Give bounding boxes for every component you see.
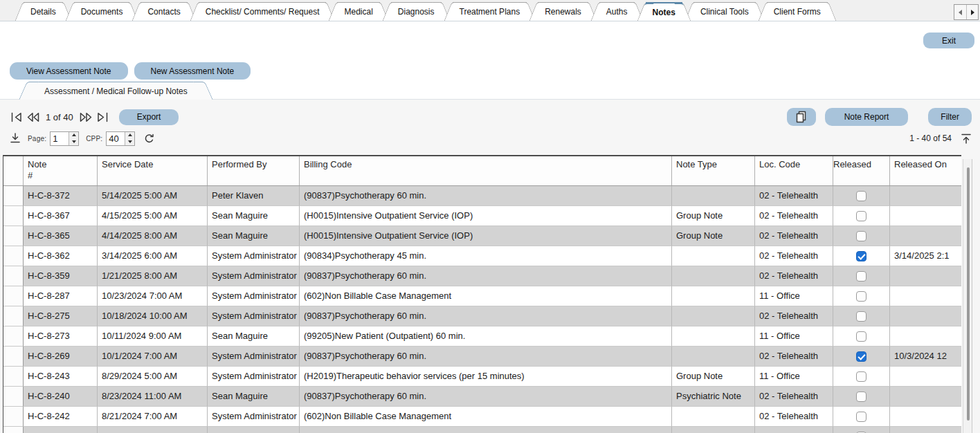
header-released[interactable]: Released xyxy=(833,156,890,185)
cell-billing-code[interactable]: (H2019)Therapeutic behavior services (pe… xyxy=(300,367,672,387)
released-checkbox[interactable] xyxy=(856,251,866,261)
released-checkbox[interactable] xyxy=(856,231,866,241)
spinner-down-button[interactable] xyxy=(125,138,134,145)
cell-billing-code[interactable]: (90837)Psychotherapy 60 min. xyxy=(300,186,672,206)
cell-note-type[interactable] xyxy=(672,186,755,206)
view-assessment-note-button[interactable]: View Assessment Note xyxy=(10,62,128,80)
cell-released-on[interactable] xyxy=(890,206,961,226)
scroll-to-top-button[interactable] xyxy=(961,133,972,144)
cell-released-on[interactable] xyxy=(890,367,961,387)
cell-billing-code[interactable]: (99205)New Patient (Outpatient) 60 min. xyxy=(300,326,672,347)
cell-loc-code[interactable]: 02 - Telehealth xyxy=(755,266,833,286)
table-row[interactable]: H-C-8-359 1/21/2025 8:00 AM System Admin… xyxy=(3,266,961,286)
next-page-button[interactable] xyxy=(78,111,94,123)
tab-checklist-comments-request[interactable]: Checklist/ Comments/ Request xyxy=(199,2,327,21)
header-billing-code[interactable]: Billing Code xyxy=(300,156,672,185)
cell-performed-by[interactable]: Sean Maguire xyxy=(208,427,300,433)
cell-loc-code[interactable]: 02 - Telehealth xyxy=(755,427,833,433)
cell-service-date[interactable]: 10/1/2024 7:00 AM xyxy=(98,347,208,367)
cell-note-number[interactable]: H-C-8-367 xyxy=(24,206,98,226)
previous-page-button[interactable] xyxy=(25,111,42,123)
last-page-button[interactable] xyxy=(94,111,111,123)
tab-renewals[interactable]: Renewals xyxy=(538,2,588,21)
cell-note-type[interactable] xyxy=(672,326,755,347)
copy-note-button[interactable] xyxy=(787,108,816,126)
tab-scroll-right-button[interactable] xyxy=(966,5,978,19)
cell-note-number[interactable]: H-C-8-235 xyxy=(24,427,98,433)
table-row[interactable]: H-C-8-365 4/14/2025 8:00 AM Sean Maguire… xyxy=(3,226,961,246)
cell-released-on[interactable] xyxy=(890,387,961,407)
cell-performed-by[interactable]: Sean Maguire xyxy=(208,326,300,347)
scrollbar-thumb[interactable] xyxy=(967,167,970,421)
note-report-button[interactable]: Note Report xyxy=(825,108,909,126)
header-released-on[interactable]: Released On xyxy=(890,156,961,185)
cell-note-number[interactable]: H-C-8-287 xyxy=(24,286,98,306)
cell-note-type[interactable] xyxy=(672,306,755,326)
table-row[interactable]: H-C-8-235 8/7/2024 8:00 AM Sean Maguire … xyxy=(3,427,961,433)
cell-billing-code[interactable]: (602)Non Billable Case Management xyxy=(300,407,672,427)
row-selector-cell[interactable] xyxy=(3,387,24,407)
cell-note-type[interactable]: Group Note xyxy=(672,367,755,387)
row-selector-cell[interactable] xyxy=(3,306,24,326)
cell-billing-code[interactable]: (602)Non Billable Case Management xyxy=(300,286,672,306)
spinner-up-button[interactable] xyxy=(125,132,134,139)
page-value[interactable]: 1 xyxy=(51,132,69,145)
cpp-value[interactable]: 40 xyxy=(107,132,125,145)
tab-diagnosis[interactable]: Diagnosis xyxy=(391,2,442,21)
cell-released-on[interactable] xyxy=(890,186,961,206)
cell-loc-code[interactable]: 11 - Office xyxy=(755,286,833,306)
cell-note-number[interactable]: H-C-8-273 xyxy=(24,326,98,347)
cell-note-type[interactable] xyxy=(672,347,755,367)
cell-service-date[interactable]: 4/14/2025 8:00 AM xyxy=(98,226,208,246)
cell-performed-by[interactable]: Sean Maguire xyxy=(208,206,300,226)
table-row[interactable]: H-C-8-242 8/21/2024 7:00 AM System Admin… xyxy=(3,407,961,427)
table-row[interactable]: H-C-8-367 4/15/2025 5:00 AM Sean Maguire… xyxy=(3,206,961,226)
subtab-assessment-medical-followup-notes[interactable]: Assessment / Medical Follow-up Notes xyxy=(29,82,203,100)
cpp-spinner[interactable]: 40 xyxy=(106,131,135,146)
tab-treatment-plans[interactable]: Treatment Plans xyxy=(453,2,527,21)
cell-note-number[interactable]: H-C-8-243 xyxy=(24,367,98,387)
row-selector-cell[interactable] xyxy=(3,347,24,367)
cell-released-on[interactable] xyxy=(890,326,961,347)
cell-service-date[interactable]: 4/15/2025 5:00 AM xyxy=(98,206,208,226)
cell-performed-by[interactable]: System Administrator xyxy=(208,246,300,266)
refresh-button[interactable] xyxy=(143,133,155,145)
tab-details[interactable]: Details xyxy=(24,2,63,21)
cell-performed-by[interactable]: System Administrator xyxy=(208,407,300,427)
row-selector-cell[interactable] xyxy=(3,407,24,427)
cell-released-on[interactable] xyxy=(890,266,961,286)
table-row[interactable]: H-C-8-372 5/14/2025 5:00 AM Peter Klaven… xyxy=(3,186,961,206)
row-selector-cell[interactable] xyxy=(3,206,24,226)
cell-note-type[interactable] xyxy=(672,286,755,306)
tab-documents[interactable]: Documents xyxy=(74,2,130,21)
cell-loc-code[interactable]: 11 - Office xyxy=(755,367,833,387)
cell-service-date[interactable]: 5/14/2025 5:00 AM xyxy=(98,186,208,206)
spinner-down-button[interactable] xyxy=(69,138,78,145)
cell-service-date[interactable]: 8/7/2024 8:00 AM xyxy=(98,427,208,433)
cell-released-on[interactable] xyxy=(890,286,961,306)
cell-loc-code[interactable]: 02 - Telehealth xyxy=(755,347,833,367)
header-loc-code[interactable]: Loc. Code xyxy=(755,156,833,185)
row-selector-cell[interactable] xyxy=(3,427,24,433)
row-selector-cell[interactable] xyxy=(3,367,24,387)
cell-billing-code[interactable]: (90834)Psychotherapy 45 min. xyxy=(300,246,672,266)
tab-medical[interactable]: Medical xyxy=(337,2,379,21)
tab-notes[interactable]: Notes xyxy=(646,2,682,21)
cell-billing-code[interactable]: (H0015)Intensive Outpatient Service (IOP… xyxy=(300,206,672,226)
cell-loc-code[interactable]: 02 - Telehealth xyxy=(755,206,833,226)
tab-auths[interactable]: Auths xyxy=(599,2,635,21)
cell-note-type[interactable] xyxy=(672,246,755,266)
tab-scroll-left-button[interactable] xyxy=(954,5,966,19)
released-checkbox[interactable] xyxy=(856,391,866,402)
cell-billing-code[interactable]: (90837)Psychotherapy 60 min. xyxy=(300,266,672,286)
cell-service-date[interactable]: 8/23/2024 11:00 AM xyxy=(98,387,208,407)
cell-loc-code[interactable]: 02 - Telehealth xyxy=(755,306,833,326)
first-page-button[interactable] xyxy=(8,111,25,123)
row-selector-cell[interactable] xyxy=(3,226,24,246)
tab-contacts[interactable]: Contacts xyxy=(140,2,187,21)
cell-service-date[interactable]: 10/23/2024 7:00 AM xyxy=(98,286,208,306)
cell-note-number[interactable]: H-C-8-269 xyxy=(24,347,98,367)
released-checkbox[interactable] xyxy=(856,331,866,342)
table-row[interactable]: H-C-8-287 10/23/2024 7:00 AM System Admi… xyxy=(3,286,961,306)
cell-performed-by[interactable]: System Administrator xyxy=(208,286,300,306)
